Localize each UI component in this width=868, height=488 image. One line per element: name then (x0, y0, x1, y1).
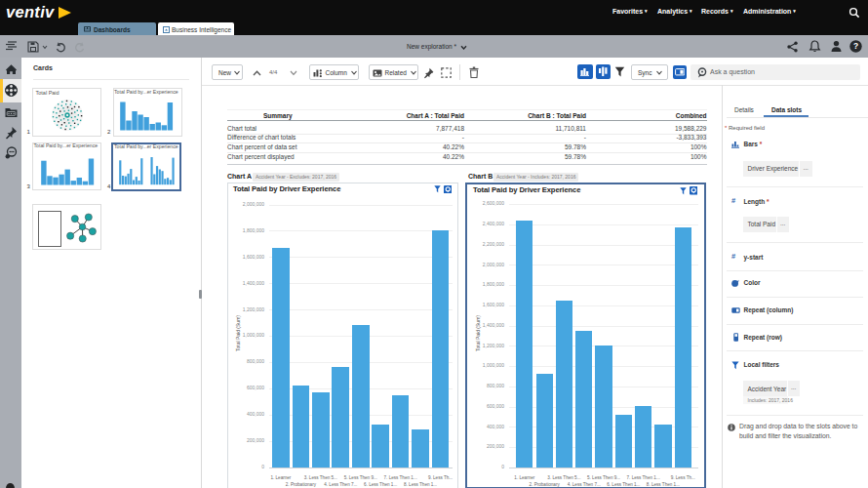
svg-text:?: ? (853, 41, 858, 51)
